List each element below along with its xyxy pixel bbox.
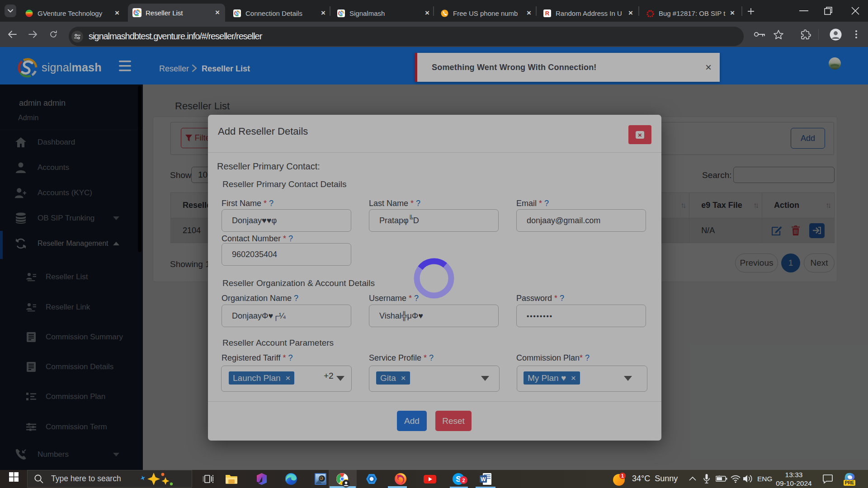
svg-text:W: W [481, 476, 486, 483]
svg-text:1: 1 [621, 473, 624, 479]
svg-text:2: 2 [462, 478, 465, 483]
svg-text:R: R [545, 10, 550, 17]
